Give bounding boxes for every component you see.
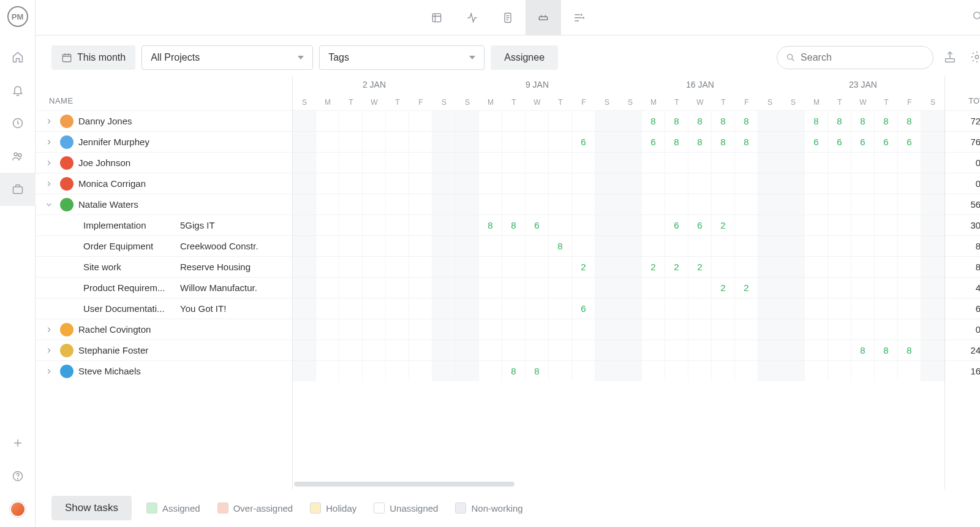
day-cell[interactable] xyxy=(502,132,526,152)
day-cell[interactable] xyxy=(921,236,944,256)
day-cell[interactable] xyxy=(688,298,712,319)
day-cell[interactable] xyxy=(921,361,944,381)
day-cell[interactable] xyxy=(712,194,735,214)
day-cell[interactable] xyxy=(549,340,572,360)
day-cell[interactable] xyxy=(898,361,921,381)
day-cell[interactable] xyxy=(432,361,456,381)
day-cell[interactable] xyxy=(339,173,363,194)
day-cell[interactable] xyxy=(549,132,572,152)
day-cell[interactable] xyxy=(735,340,758,360)
day-cell[interactable] xyxy=(572,215,595,235)
day-cell[interactable]: 8 xyxy=(526,361,549,381)
day-cell[interactable] xyxy=(688,194,712,214)
day-cell[interactable] xyxy=(409,298,432,319)
day-cell[interactable] xyxy=(898,278,921,298)
day-cell[interactable]: 8 xyxy=(735,111,758,131)
day-cell[interactable] xyxy=(828,361,851,381)
task-row[interactable]: Site workReserve Housing xyxy=(36,256,292,277)
day-cell[interactable] xyxy=(782,111,805,131)
day-cell[interactable]: 8 xyxy=(502,361,526,381)
day-cell[interactable] xyxy=(386,173,409,194)
export-icon[interactable] xyxy=(940,47,960,69)
day-cell[interactable] xyxy=(851,173,875,194)
day-cell[interactable] xyxy=(805,153,828,173)
day-cell[interactable] xyxy=(758,278,782,298)
day-cell[interactable] xyxy=(595,298,619,319)
day-cell[interactable] xyxy=(549,173,572,194)
day-cell[interactable]: 6 xyxy=(828,132,851,152)
day-cell[interactable] xyxy=(851,257,875,277)
day-cell[interactable] xyxy=(851,236,875,256)
day-cell[interactable] xyxy=(712,361,735,381)
day-cell[interactable]: 8 xyxy=(549,236,572,256)
day-cell[interactable]: 8 xyxy=(502,215,526,235)
day-cell[interactable] xyxy=(502,111,526,131)
day-cell[interactable]: 6 xyxy=(572,298,595,319)
day-cell[interactable] xyxy=(432,298,456,319)
day-cell[interactable] xyxy=(526,278,549,298)
day-cell[interactable] xyxy=(735,257,758,277)
day-cell[interactable]: 6 xyxy=(851,132,875,152)
day-cell[interactable] xyxy=(293,111,316,131)
day-cell[interactable] xyxy=(363,319,386,339)
day-cell[interactable] xyxy=(432,132,456,152)
day-cell[interactable] xyxy=(595,215,619,235)
day-cell[interactable]: 8 xyxy=(479,215,502,235)
day-cell[interactable] xyxy=(758,153,782,173)
expand-chevron-icon[interactable] xyxy=(43,367,55,376)
day-cell[interactable] xyxy=(782,298,805,319)
logo[interactable]: PM xyxy=(7,6,28,27)
day-cell[interactable]: 2 xyxy=(642,257,665,277)
day-cell[interactable] xyxy=(595,132,619,152)
assignee-button[interactable]: Assignee xyxy=(491,45,558,70)
task-row[interactable]: Implementation5Gigs IT xyxy=(36,214,292,235)
day-cell[interactable] xyxy=(665,278,688,298)
day-cell[interactable]: 8 xyxy=(828,111,851,131)
expand-chevron-icon[interactable] xyxy=(43,117,55,126)
day-cell[interactable] xyxy=(409,173,432,194)
day-cell[interactable] xyxy=(363,111,386,131)
day-cell[interactable] xyxy=(363,153,386,173)
day-cell[interactable]: 8 xyxy=(875,111,898,131)
day-cell[interactable] xyxy=(526,111,549,131)
day-cell[interactable] xyxy=(479,340,502,360)
day-cell[interactable] xyxy=(665,319,688,339)
day-cell[interactable] xyxy=(851,298,875,319)
day-cell[interactable] xyxy=(432,153,456,173)
day-cell[interactable] xyxy=(409,132,432,152)
day-cell[interactable] xyxy=(456,340,479,360)
day-cell[interactable] xyxy=(526,132,549,152)
day-cell[interactable] xyxy=(293,132,316,152)
day-cell[interactable] xyxy=(363,298,386,319)
day-cell[interactable] xyxy=(432,278,456,298)
day-cell[interactable] xyxy=(456,236,479,256)
day-cell[interactable] xyxy=(386,236,409,256)
day-cell[interactable] xyxy=(293,153,316,173)
day-cell[interactable] xyxy=(642,361,665,381)
day-cell[interactable] xyxy=(502,319,526,339)
day-cell[interactable] xyxy=(479,194,502,214)
day-cell[interactable] xyxy=(386,153,409,173)
day-cell[interactable] xyxy=(875,215,898,235)
day-cell[interactable] xyxy=(409,340,432,360)
day-cell[interactable] xyxy=(363,194,386,214)
person-row[interactable]: Stephanie Foster xyxy=(36,339,292,360)
day-cell[interactable]: 2 xyxy=(572,257,595,277)
day-cell[interactable] xyxy=(828,215,851,235)
day-cell[interactable] xyxy=(921,319,944,339)
nav-home-icon[interactable] xyxy=(0,40,36,74)
day-cell[interactable] xyxy=(712,298,735,319)
period-button[interactable]: This month xyxy=(51,45,135,70)
day-cell[interactable] xyxy=(339,111,363,131)
day-cell[interactable]: 2 xyxy=(688,257,712,277)
day-cell[interactable] xyxy=(619,257,642,277)
day-cell[interactable] xyxy=(456,298,479,319)
day-cell[interactable] xyxy=(293,298,316,319)
day-cell[interactable] xyxy=(619,278,642,298)
day-cell[interactable] xyxy=(875,298,898,319)
day-cell[interactable] xyxy=(595,340,619,360)
day-cell[interactable] xyxy=(712,236,735,256)
tab-activity-icon[interactable] xyxy=(454,0,490,36)
day-cell[interactable] xyxy=(782,173,805,194)
day-cell[interactable] xyxy=(875,236,898,256)
